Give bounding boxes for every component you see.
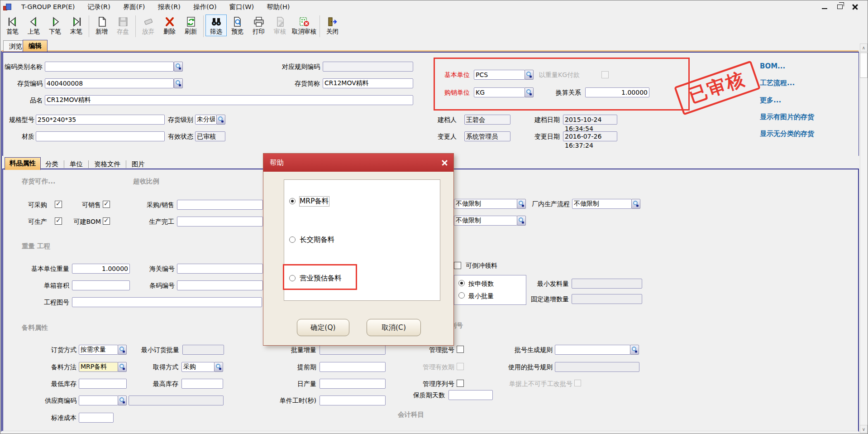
purchase-sales-field[interactable] [177, 200, 263, 210]
manage-batch-checkbox[interactable] [457, 346, 464, 353]
limit2-lookup-icon[interactable] [517, 216, 526, 226]
erp-window: T-GROUP ERP(E) 记录(R) 界面(F) 报表(R) 操作(O) 窗… [0, 0, 868, 434]
material-field[interactable] [36, 131, 165, 141]
drawing-no-field[interactable] [72, 297, 262, 307]
filter-button[interactable]: 筛选 [205, 14, 227, 36]
item-code-field[interactable] [45, 78, 174, 88]
item-short-name-field[interactable] [323, 78, 413, 88]
minimize-icon[interactable] [817, 2, 832, 12]
last-record-button[interactable]: 末笔 [66, 14, 87, 36]
menu-window[interactable]: 窗口(W) [223, 1, 261, 12]
sellable-checkbox[interactable] [103, 201, 110, 208]
item-level-field[interactable] [195, 115, 217, 125]
scroll-down-icon[interactable]: ∨ [860, 425, 868, 433]
item-level-lookup-icon[interactable] [216, 115, 225, 125]
base-unit-weight-field[interactable] [72, 264, 130, 274]
subtab-classification[interactable]: 分类 [41, 159, 63, 170]
dialog-mrp-radio[interactable] [289, 198, 296, 204]
subtab-images[interactable]: 图片 [127, 159, 149, 170]
purchasable-checkbox[interactable] [55, 201, 62, 208]
limit1-lookup-icon[interactable] [517, 199, 526, 209]
help-dialog-close-icon[interactable] [439, 157, 451, 168]
subtab-item-attributes[interactable]: 料品属性 [5, 157, 41, 170]
vertical-scrollbar[interactable] [860, 43, 868, 433]
menu-interface[interactable]: 界面(F) [117, 1, 152, 12]
limit2-field[interactable] [454, 216, 517, 226]
close-button[interactable]: 关闭 [322, 14, 343, 36]
production-done-field[interactable] [177, 217, 263, 227]
min-stock-field[interactable] [79, 379, 127, 389]
prep-method-field[interactable] [79, 362, 118, 372]
discard-button: 放弃 [138, 14, 159, 36]
cancel-audit-button[interactable]: 取消审核 [291, 14, 318, 36]
issue-min-batch-radio[interactable] [458, 292, 465, 299]
next-record-button[interactable]: 下笔 [44, 14, 66, 36]
customs-code-field[interactable] [177, 264, 263, 274]
standard-cost-field[interactable] [79, 413, 114, 423]
dialog-long-leadtime-label[interactable]: 长交期备料 [300, 235, 335, 245]
code-category-field[interactable] [45, 62, 174, 72]
factory-flow-lookup-icon[interactable] [631, 199, 640, 209]
menu-report[interactable]: 报表(R) [151, 1, 186, 12]
box-volume-field[interactable] [72, 280, 130, 290]
section-accounting: 会计科目 [398, 410, 424, 419]
modifier-label: 变更人 [421, 131, 457, 141]
menu-record[interactable]: 记录(R) [81, 1, 116, 12]
barcode-field[interactable] [177, 280, 263, 290]
dialog-ok-button[interactable]: 确定(Q) [297, 319, 349, 336]
delete-button[interactable]: 删除 [159, 14, 180, 36]
manage-serial-checkbox[interactable] [457, 380, 464, 387]
bom-allowed-checkbox[interactable] [103, 217, 110, 225]
dialog-mrp-label[interactable]: MRP备料 [300, 197, 329, 206]
dialog-cancel-button[interactable]: 取消(C) [367, 319, 421, 336]
order-mode-field[interactable] [79, 345, 118, 355]
order-mode-lookup-icon[interactable] [118, 345, 127, 355]
limit1-field[interactable] [454, 199, 517, 209]
dialog-long-leadtime-radio[interactable] [289, 236, 296, 243]
menu-help[interactable]: 帮助(H) [260, 1, 296, 12]
menu-operation[interactable]: 操作(O) [187, 1, 223, 12]
scroll-up-icon[interactable]: ∧ [860, 43, 868, 52]
first-record-button[interactable]: 首笔 [2, 14, 23, 36]
tab-edit[interactable]: 编辑 [23, 40, 48, 52]
supplier-code-field[interactable] [79, 395, 118, 405]
restore-icon[interactable] [832, 2, 848, 12]
delete-x-icon [163, 15, 176, 28]
spec-field[interactable] [36, 115, 165, 125]
rule-code-label: 对应规则编码 [271, 62, 320, 72]
shelf-life-days-field[interactable] [448, 390, 493, 400]
item-name-field[interactable] [45, 95, 413, 105]
link-show-items-with-images[interactable]: 显示有图片的存货 [760, 113, 814, 121]
factory-flow-field[interactable] [572, 199, 632, 209]
manage-batch-label: 管理批号 [422, 345, 454, 355]
max-stock-field[interactable] [181, 379, 223, 389]
issue-by-request-radio[interactable] [458, 280, 465, 286]
prep-method-lookup-icon[interactable] [118, 362, 127, 372]
close-window-icon[interactable] [848, 2, 863, 12]
refresh-button[interactable]: 刷新 [180, 14, 201, 36]
link-more[interactable]: 更多... [760, 96, 781, 105]
daily-output-field[interactable] [320, 379, 386, 389]
print-button[interactable]: 打印 [248, 14, 269, 36]
link-bom[interactable]: BOM... [760, 62, 785, 70]
new-button[interactable]: 新增 [91, 14, 112, 36]
lead-time-field[interactable] [320, 362, 386, 372]
batch-rule-lookup-icon[interactable] [630, 345, 639, 355]
scrollbar-thumb[interactable] [860, 53, 868, 78]
producible-checkbox[interactable] [55, 217, 62, 225]
subtab-units[interactable]: 单位 [65, 159, 87, 170]
link-show-unclassified-items[interactable]: 显示无分类的存货 [760, 130, 814, 138]
unit-work-seconds-field[interactable] [320, 395, 386, 405]
acquire-mode-lookup-icon[interactable] [214, 362, 223, 372]
backflush-checkbox[interactable] [454, 262, 461, 269]
prev-record-button[interactable]: 上笔 [23, 14, 44, 36]
item-code-lookup-icon[interactable] [174, 78, 183, 88]
preview-button[interactable]: 预览 [227, 14, 248, 36]
code-category-lookup-icon[interactable] [174, 62, 183, 72]
supplier-code-lookup-icon[interactable] [118, 395, 127, 405]
batch-rule-field[interactable] [555, 345, 630, 355]
link-process-flow[interactable]: 工艺流程... [760, 79, 795, 87]
acquire-mode-field[interactable] [181, 362, 215, 372]
menu-tgroup-erp[interactable]: T-GROUP ERP(E) [15, 1, 81, 12]
subtab-qualification-files[interactable]: 资格文件 [90, 159, 125, 170]
